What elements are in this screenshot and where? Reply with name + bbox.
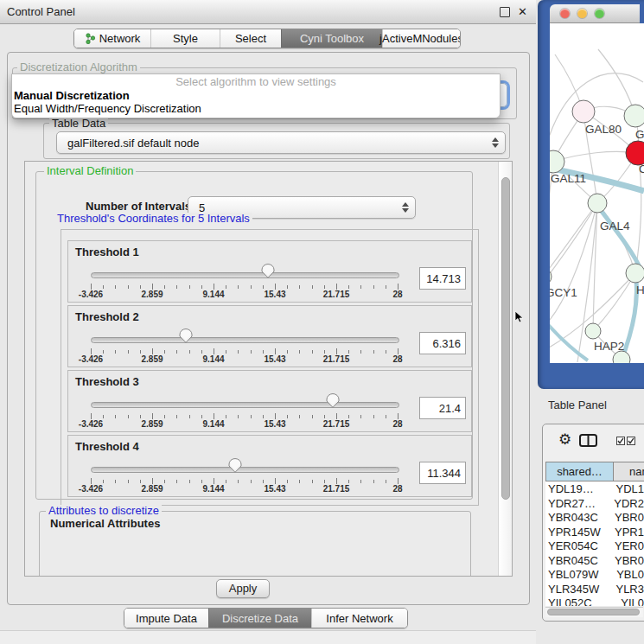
apply-button[interactable]: Apply	[216, 579, 270, 598]
checkbox-icons[interactable]	[616, 437, 635, 445]
threshold-slider-track[interactable]	[91, 402, 399, 408]
gear-icon[interactable]: ⚙	[558, 432, 571, 447]
threshold-value-field[interactable]: 6.316	[419, 332, 466, 354]
cell-shared-name[interactable]: YBR043C	[545, 511, 615, 526]
network-node[interactable]	[624, 105, 644, 127]
combo-arrows-icon	[492, 137, 499, 148]
tab-select[interactable]: Select	[220, 29, 281, 48]
mac-close-light[interactable]	[560, 9, 570, 18]
network-edge-thick[interactable]	[550, 321, 588, 360]
cell-shared-name[interactable]: YDR27…	[545, 497, 614, 512]
tick-mark	[287, 350, 288, 354]
tick-label: -3.426	[79, 290, 103, 299]
tick-mark	[312, 350, 313, 354]
tick-mark	[140, 480, 141, 483]
tick-label: 2.859	[141, 419, 163, 429]
cell-shared-name[interactable]: YIL052C	[545, 596, 621, 606]
status-strip	[0, 630, 536, 644]
table-row[interactable]: YBR045CYBR0	[545, 554, 644, 569]
tick-mark	[275, 413, 276, 419]
cell-shared-name[interactable]: YLR345W	[545, 583, 615, 597]
threshold-slider-thumb[interactable]	[326, 393, 340, 408]
table-row[interactable]: YLR345WYLR3	[545, 583, 644, 597]
slider-ticks	[91, 284, 398, 290]
cell-name[interactable]: YBL0	[616, 568, 644, 583]
threshold-slider-track[interactable]	[91, 272, 399, 278]
threshold-value-field[interactable]: 14.713	[419, 267, 466, 290]
scrollpane-scrollbar-track[interactable]	[498, 162, 512, 576]
cell-shared-name[interactable]: YER054C	[545, 539, 615, 554]
cell-name[interactable]: YBR0	[615, 511, 644, 526]
mac-zoom-light[interactable]	[595, 9, 604, 18]
mac-minimize-light[interactable]	[577, 9, 587, 18]
popup-prompt-item[interactable]: Select algorithm to view settings	[12, 75, 500, 89]
network-window-titlebar[interactable]	[550, 4, 640, 23]
tab-infer-network[interactable]: Infer Network	[311, 609, 407, 628]
threshold-slider-track[interactable]	[91, 467, 399, 473]
network-edge[interactable]	[553, 151, 638, 162]
tab-impute-data[interactable]: Impute Data	[124, 609, 208, 628]
cell-name[interactable]: YIL0	[621, 596, 644, 606]
network-node[interactable]	[588, 194, 607, 213]
interval-definition-title: Interval Definition	[44, 165, 136, 176]
cell-name[interactable]: YDR2	[614, 497, 644, 512]
tick-mark	[103, 285, 104, 289]
network-node[interactable]	[613, 351, 630, 363]
threshold-slider-track[interactable]	[91, 337, 399, 343]
tick-label: 9.144	[202, 419, 224, 429]
table-row[interactable]: YBL079WYBL0	[545, 568, 644, 583]
tick-mark	[164, 350, 165, 354]
table-row[interactable]: YIL052CYIL0	[545, 596, 644, 606]
network-canvas[interactable]: GAL80G.GAL11CGAL4GCY1HHAP2	[550, 23, 644, 363]
column-header-shared-name[interactable]: shared…	[545, 462, 614, 481]
tick-mark	[176, 350, 177, 354]
table-row[interactable]: YER054CYER0	[545, 539, 644, 554]
network-node[interactable]	[626, 264, 644, 283]
cell-name[interactable]: YDL1	[615, 482, 644, 497]
tick-mark	[201, 480, 202, 483]
threshold-slider-thumb[interactable]	[228, 458, 242, 473]
scrollpane-scrollbar-thumb[interactable]	[501, 177, 510, 500]
table-hscrollbar-track[interactable]	[545, 607, 643, 617]
table-row[interactable]: YDL19…YDL1	[545, 482, 644, 497]
cell-name[interactable]: YPR1	[615, 526, 644, 540]
table-row[interactable]: YBR043CYBR0	[545, 511, 644, 526]
tick-mark	[189, 415, 190, 418]
tick-mark	[91, 413, 92, 419]
cell-shared-name[interactable]: YBR045C	[545, 554, 615, 569]
tab-jactivemnodules[interactable]: jActiveMNodules	[382, 29, 460, 48]
cell-name[interactable]: YLR3	[615, 583, 644, 597]
threshold-slider-thumb[interactable]	[261, 264, 275, 278]
table-row[interactable]: YPR145WYPR1	[545, 526, 644, 540]
tab-network[interactable]: Network	[74, 29, 150, 48]
threshold-slider-thumb[interactable]	[179, 328, 193, 343]
network-node[interactable]	[550, 268, 552, 285]
table-body[interactable]: YDL19…YDL1YDR27…YDR2YBR043CYBR0YPR145WYP…	[545, 481, 644, 606]
table-row[interactable]: YDR27…YDR2	[545, 497, 644, 512]
tab-style[interactable]: Style	[150, 29, 220, 48]
float-window-icon[interactable]	[500, 7, 510, 17]
network-edge-thick[interactable]	[597, 206, 641, 271]
tick-mark	[398, 478, 399, 484]
popup-item[interactable]: Manual Discretization	[12, 89, 500, 102]
cell-name[interactable]: YER0	[615, 539, 644, 554]
network-edge[interactable]	[593, 273, 635, 331]
tab-cyni-toolbox[interactable]: Cyni Toolbox	[281, 29, 382, 48]
popup-item[interactable]: Equal Width/Frequency Discretization	[12, 102, 500, 115]
table-data-combobox[interactable]: galFiltered.sif default node	[56, 131, 506, 154]
close-icon[interactable]: ✕	[518, 4, 527, 19]
cell-shared-name[interactable]: YBL079W	[545, 568, 616, 583]
cell-shared-name[interactable]: YDL19…	[545, 482, 615, 497]
column-header-name[interactable]: name	[614, 462, 644, 481]
threshold-value-field[interactable]: 21.4	[419, 397, 466, 419]
threshold-value-field[interactable]: 11.344	[419, 462, 466, 484]
tab-discretize-data[interactable]: Discretize Data	[208, 609, 311, 628]
cell-name[interactable]: YBR0	[615, 554, 644, 569]
tick-mark	[140, 415, 141, 418]
network-node[interactable]	[585, 323, 601, 339]
cell-shared-name[interactable]: YPR145W	[545, 526, 615, 540]
network-node-label: GAL80	[585, 123, 622, 136]
split-columns-icon[interactable]	[579, 434, 597, 447]
network-node[interactable]	[572, 100, 595, 123]
table-hscrollbar-thumb[interactable]	[547, 609, 640, 615]
